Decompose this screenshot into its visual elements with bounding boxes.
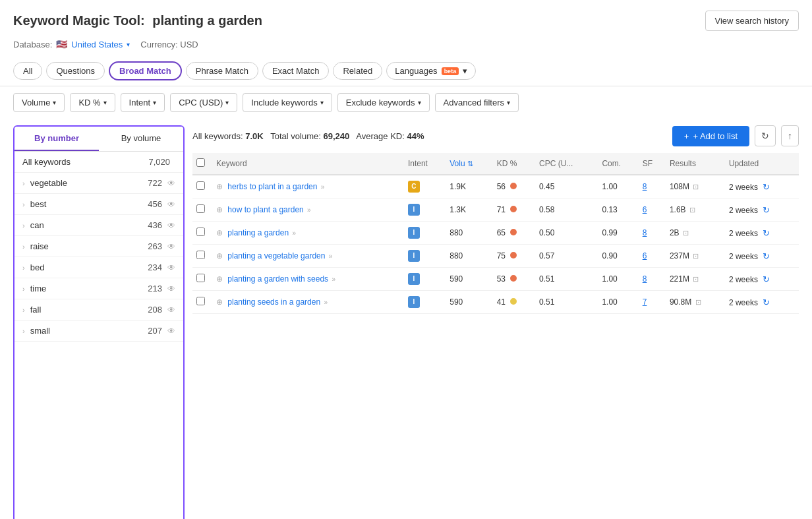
refresh-icon: ↻ xyxy=(763,205,770,215)
sf-link[interactable]: 8 xyxy=(643,274,647,284)
sidebar-item-count: 7,020 xyxy=(148,157,170,167)
sidebar-item-vegetable[interactable]: › vegetable 722 👁 xyxy=(14,173,183,194)
volume-filter-label: Volume xyxy=(22,98,50,107)
tab-all[interactable]: All xyxy=(13,62,42,80)
expand-icon[interactable]: ⊕ xyxy=(216,228,223,237)
results-icon: ⊡ xyxy=(695,298,701,306)
sidebar-item-count: 208 xyxy=(148,305,162,315)
updated-cell: 2 weeks ↻ xyxy=(725,198,799,222)
languages-button[interactable]: Languages beta ▾ xyxy=(386,62,476,80)
chevron-down-icon: ▾ xyxy=(53,99,56,106)
sidebar-item-label: can xyxy=(30,220,148,230)
beta-badge: beta xyxy=(442,67,459,75)
row-checkbox[interactable] xyxy=(196,228,205,236)
sf-link[interactable]: 8 xyxy=(643,228,647,237)
eye-icon[interactable]: 👁 xyxy=(167,305,175,315)
sf-link[interactable]: 8 xyxy=(643,182,647,191)
keyword-link[interactable]: planting seeds in a garden xyxy=(227,297,320,307)
keyword-link[interactable]: herbs to plant in a garden xyxy=(227,182,317,191)
eye-icon[interactable]: 👁 xyxy=(167,284,175,293)
tab-by-volume[interactable]: By volume xyxy=(99,127,183,151)
tab-related[interactable]: Related xyxy=(333,62,382,80)
volume-label: Volu xyxy=(450,159,465,168)
export-button[interactable]: ↑ xyxy=(781,125,799,146)
chevron-down-icon: ▾ xyxy=(507,99,510,106)
sf-link[interactable]: 6 xyxy=(643,251,647,260)
sidebar-item-fall[interactable]: › fall 208 👁 xyxy=(14,299,183,321)
sf-link[interactable]: 7 xyxy=(643,297,647,307)
expand-icon[interactable]: ⊕ xyxy=(216,182,223,191)
com-cell: 0.99 xyxy=(598,222,638,245)
total-volume-value: 69,240 xyxy=(323,131,349,141)
country-link[interactable]: United States xyxy=(71,40,123,49)
volume-filter[interactable]: Volume ▾ xyxy=(13,93,65,112)
eye-icon[interactable]: 👁 xyxy=(167,242,175,251)
add-to-list-icon: + xyxy=(684,131,689,141)
sort-icon[interactable]: ⇅ xyxy=(467,160,473,168)
results-cell: 90.8M ⊡ xyxy=(666,291,725,314)
expand-icon[interactable]: ⊕ xyxy=(216,205,223,214)
sidebar-item-all-keywords[interactable]: All keywords 7,020 xyxy=(14,152,183,173)
row-checkbox[interactable] xyxy=(196,181,205,190)
com-cell: 1.00 xyxy=(598,268,638,291)
volume-cell: 880 xyxy=(446,245,492,268)
view-history-button[interactable]: View search history xyxy=(705,11,799,31)
row-checkbox[interactable] xyxy=(196,274,205,282)
sidebar-item-bed[interactable]: › bed 234 👁 xyxy=(14,257,183,278)
tab-exact-match[interactable]: Exact Match xyxy=(262,62,330,80)
updated-cell: 2 weeks ↻ xyxy=(725,222,799,245)
add-to-list-button[interactable]: + + Add to list xyxy=(672,126,749,146)
eye-icon[interactable]: 👁 xyxy=(167,221,175,230)
select-all-checkbox[interactable] xyxy=(196,158,205,167)
row-checkbox[interactable] xyxy=(196,297,205,305)
sf-link[interactable]: 6 xyxy=(643,205,647,214)
keyword-link[interactable]: planting a vegetable garden xyxy=(227,251,325,260)
results-cell: 237M ⊡ xyxy=(666,245,725,268)
tab-by-number[interactable]: By number xyxy=(14,127,99,151)
sidebar-item-count: 207 xyxy=(148,326,162,336)
cpc-cell: 0.57 xyxy=(535,245,598,268)
eye-icon[interactable]: 👁 xyxy=(167,263,175,272)
keyword-link[interactable]: planting a garden with seeds xyxy=(227,274,328,284)
intent-badge: C xyxy=(408,181,420,193)
refresh-button[interactable]: ↻ xyxy=(755,125,776,146)
tab-phrase-match[interactable]: Phrase Match xyxy=(186,62,258,80)
cpc-filter[interactable]: CPC (USD) ▾ xyxy=(170,93,237,112)
row-checkbox[interactable] xyxy=(196,251,205,259)
expand-icon[interactable]: ⊕ xyxy=(216,274,223,284)
expand-icon[interactable]: ⊕ xyxy=(216,251,223,260)
sidebar-item-label: All keywords xyxy=(22,157,148,167)
kd-filter[interactable]: KD % ▾ xyxy=(70,93,115,112)
summary-text: All keywords: 7.0K Total volume: 69,240 … xyxy=(192,131,424,141)
sidebar-item-small[interactable]: › small 207 👁 xyxy=(14,321,183,342)
query-text: planting a garden xyxy=(152,13,262,28)
flag-icon: 🇺🇸 xyxy=(56,39,67,49)
refresh-icon: ↻ xyxy=(763,251,770,261)
tab-questions[interactable]: Questions xyxy=(46,62,105,80)
database-label: Database: xyxy=(13,40,52,49)
eye-icon[interactable]: 👁 xyxy=(167,200,175,209)
tab-broad-match[interactable]: Broad Match xyxy=(109,61,182,80)
advanced-filters-button[interactable]: Advanced filters ▾ xyxy=(435,93,519,112)
row-checkbox[interactable] xyxy=(196,204,205,213)
com-cell: 0.90 xyxy=(598,245,638,268)
include-keywords-filter[interactable]: Include keywords ▾ xyxy=(243,93,332,112)
sidebar-item-raise[interactable]: › raise 263 👁 xyxy=(14,236,183,257)
exclude-keywords-label: Exclude keywords xyxy=(346,98,415,107)
chevron-down-icon[interactable]: ▾ xyxy=(127,41,130,48)
kd-indicator xyxy=(510,183,517,189)
sidebar-item-time[interactable]: › time 213 👁 xyxy=(14,278,183,299)
sidebar-item-best[interactable]: › best 456 👁 xyxy=(14,194,183,215)
results-col-header: Results xyxy=(666,153,725,175)
sidebar-item-can[interactable]: › can 436 👁 xyxy=(14,215,183,236)
refresh-icon: ↻ xyxy=(763,274,770,284)
intent-filter[interactable]: Intent ▾ xyxy=(121,93,165,112)
eye-icon[interactable]: 👁 xyxy=(167,326,175,336)
chevron-right-icon: › xyxy=(22,222,25,229)
eye-icon[interactable]: 👁 xyxy=(167,179,175,188)
expand-icon[interactable]: ⊕ xyxy=(216,297,223,307)
keyword-link[interactable]: planting a garden xyxy=(227,228,289,237)
com-cell: 0.13 xyxy=(598,198,638,222)
exclude-keywords-filter[interactable]: Exclude keywords ▾ xyxy=(337,93,430,112)
keyword-link[interactable]: how to plant a garden xyxy=(227,205,303,214)
